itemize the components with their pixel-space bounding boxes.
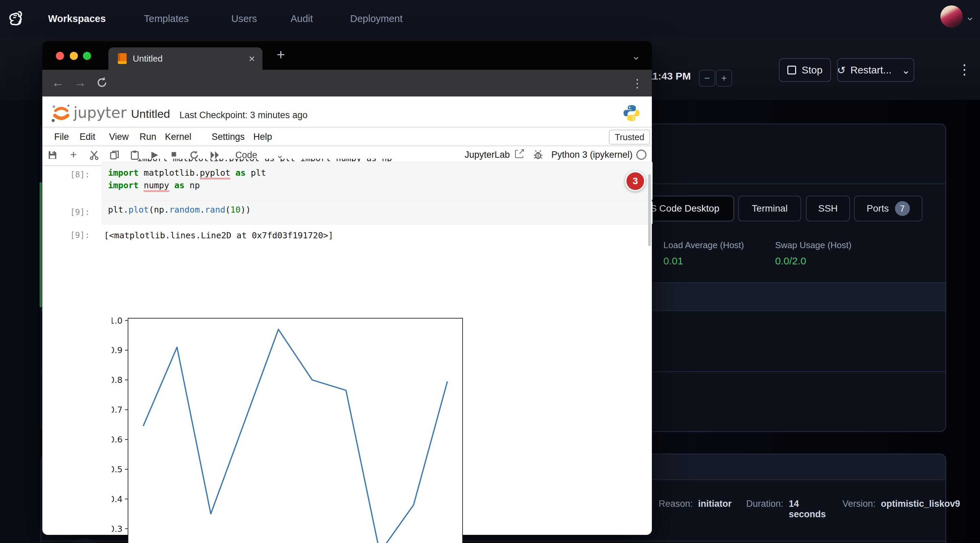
- menu-divider: [42, 146, 652, 146]
- increase-button[interactable]: +: [716, 70, 732, 87]
- kernel-name[interactable]: Python 3 (ipykernel): [551, 150, 633, 160]
- svg-text:0.8: 0.8: [112, 375, 123, 385]
- restart-icon: ↺: [837, 64, 846, 76]
- menu-run[interactable]: Run: [140, 132, 156, 142]
- more-options-kebab-icon[interactable]: ⋮: [958, 62, 971, 77]
- browser-menu-kebab-icon[interactable]: ⋮: [632, 76, 643, 90]
- menu-view[interactable]: View: [109, 132, 129, 142]
- stop-icon: [788, 66, 796, 75]
- save-icon[interactable]: [48, 150, 57, 160]
- new-tab-button[interactable]: +: [277, 47, 285, 63]
- restart-run-all-icon[interactable]: [210, 151, 220, 159]
- duration-value: 14 seconds: [789, 499, 828, 520]
- browser-toolbar: ← → 5555--main--test--matifali.atif.cdr.…: [42, 70, 652, 97]
- notebook-scrollbar[interactable]: [648, 174, 651, 246]
- nav-item-users[interactable]: Users: [231, 0, 257, 37]
- screen: Workspaces Templates Users Audit Deploym…: [0, 0, 980, 543]
- trusted-button[interactable]: Trusted: [609, 130, 650, 144]
- output9-text: [<matplotlib.lines.Line2D at 0x7fd03f191…: [104, 230, 333, 240]
- menu-help[interactable]: Help: [253, 132, 272, 142]
- cell9-input[interactable]: plt.plot(np.random.rand(10)): [102, 201, 652, 224]
- restart-split-button[interactable]: ↺ Restart... ⌄: [837, 58, 914, 82]
- output9-prompt: [9]:: [56, 230, 90, 240]
- top-nav-bar: Workspaces Templates Users Audit Deploym…: [0, 0, 980, 38]
- workspace-status-stripe: [40, 182, 42, 307]
- svg-text:0.9: 0.9: [112, 345, 123, 355]
- notebook-favicon: [118, 53, 127, 64]
- jupyter-logo: [51, 103, 72, 124]
- interrupt-kernel-icon[interactable]: ■: [171, 149, 177, 159]
- tab-close-icon[interactable]: ×: [248, 52, 255, 65]
- open-jupyterlab-link[interactable]: JupyterLab: [465, 150, 510, 160]
- cell9-prompt: [9]:: [56, 208, 90, 217]
- stop-button[interactable]: Stop: [779, 58, 831, 82]
- checkpoint-status: Last Checkpoint: 3 minutes ago: [180, 110, 307, 121]
- user-avatar[interactable]: [940, 5, 963, 28]
- cell8-input[interactable]: import matplotlib.pyplot as plt import n…: [102, 162, 652, 200]
- kernel-status-icon: [636, 150, 646, 160]
- jupyter-notebook-app: jupyter Untitled Last Checkpoint: 3 minu…: [42, 97, 652, 535]
- user-menu-chevron-icon[interactable]: ⌄: [966, 10, 975, 23]
- ports-count-badge: 7: [895, 201, 910, 216]
- svg-text:1.0: 1.0: [112, 316, 123, 325]
- menu-edit[interactable]: Edit: [80, 132, 95, 142]
- swap-usage-value: 0.0/2.0: [775, 255, 851, 267]
- menu-settings[interactable]: Settings: [212, 132, 245, 142]
- header-divider: [42, 127, 652, 128]
- insert-cell-icon[interactable]: +: [70, 148, 77, 161]
- nav-item-workspaces[interactable]: Workspaces: [48, 0, 106, 37]
- version-value: optimistic_liskov9: [881, 499, 960, 509]
- ssh-button[interactable]: SSH: [806, 196, 850, 221]
- notebook-title[interactable]: Untitled: [131, 107, 170, 121]
- reason-value: initiator: [698, 499, 732, 509]
- code-line: import numpy as np: [108, 179, 652, 192]
- traffic-minimize-button[interactable]: [70, 52, 78, 60]
- reload-button[interactable]: [95, 76, 109, 89]
- svg-text:0.3: 0.3: [112, 524, 123, 534]
- tab-search-chevron-icon[interactable]: ⌄: [632, 49, 641, 62]
- nav-item-templates[interactable]: Templates: [144, 0, 189, 37]
- external-link-icon[interactable]: ↗: [515, 150, 523, 158]
- code-line: import matplotlib.pyplot as plt: [108, 167, 652, 179]
- copy-cells-icon[interactable]: [110, 150, 119, 160]
- traffic-zoom-button[interactable]: [83, 52, 91, 60]
- svg-text:0.7: 0.7: [112, 405, 123, 415]
- debugger-bug-icon[interactable]: [533, 149, 544, 160]
- load-average-stat: Load Average (Host) 0.01: [663, 240, 744, 267]
- python-logo-icon: [622, 104, 641, 122]
- jupyter-brand: jupyter: [73, 104, 127, 121]
- menu-kernel[interactable]: Kernel: [165, 132, 191, 142]
- decrease-button[interactable]: −: [699, 70, 715, 87]
- cut-cells-icon[interactable]: [89, 150, 99, 160]
- svg-text:0.4: 0.4: [112, 494, 123, 504]
- terminal-button[interactable]: Terminal: [738, 196, 801, 221]
- svg-text:0.6: 0.6: [112, 435, 123, 445]
- nav-item-deployment[interactable]: Deployment: [350, 0, 402, 37]
- nav-item-audit[interactable]: Audit: [291, 0, 313, 37]
- back-button[interactable]: ←: [52, 76, 64, 89]
- forward-button[interactable]: →: [74, 76, 86, 89]
- run-cell-icon[interactable]: ▶: [151, 149, 158, 160]
- traffic-close-button[interactable]: [56, 52, 64, 60]
- chrome-window: Untitled × + ⌄ ← → 5555--main--test--mat…: [42, 41, 652, 535]
- menu-file[interactable]: File: [54, 132, 69, 142]
- ports-button[interactable]: Ports 7: [854, 196, 923, 221]
- tab-strip: Untitled × + ⌄: [42, 41, 652, 70]
- restart-options-chevron-icon[interactable]: ⌄: [898, 64, 914, 76]
- notification-count-badge[interactable]: 3: [625, 171, 646, 191]
- swap-usage-stat: Swap Usage (Host) 0.0/2.0: [775, 240, 851, 267]
- cell8-prompt: [8]:: [56, 170, 90, 179]
- coder-logo-icon[interactable]: [8, 10, 23, 26]
- svg-text:0.5: 0.5: [112, 464, 123, 474]
- matplotlib-line-plot: 0.20.30.40.50.60.70.80.91.002468: [112, 312, 471, 543]
- load-average-value: 0.01: [663, 255, 744, 267]
- build-meta-row: Reason: initiator Duration: 14 seconds V…: [659, 499, 960, 520]
- browser-tab-untitled[interactable]: Untitled ×: [108, 48, 262, 70]
